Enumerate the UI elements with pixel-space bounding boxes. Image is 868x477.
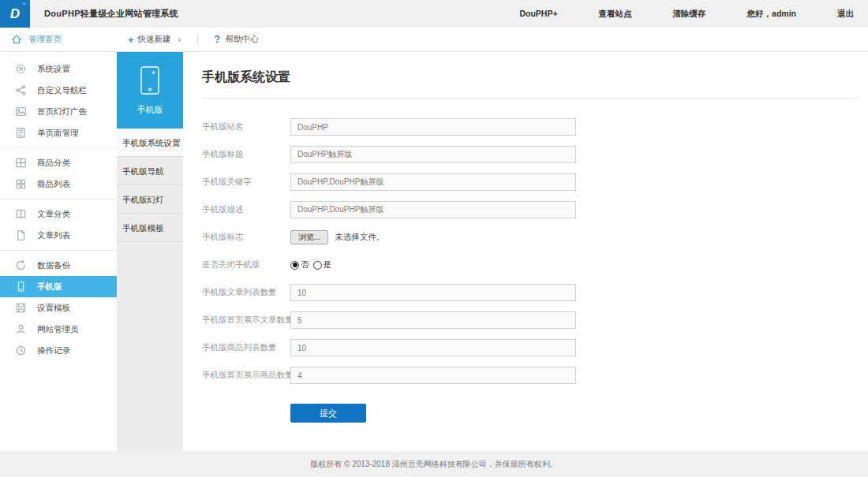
form-row-home-article-count: 手机版首页展示文章数量	[202, 311, 857, 329]
product-list-count-input[interactable]	[290, 339, 576, 356]
sidebar-item-label: 首页幻灯广告	[37, 106, 87, 117]
form-row-close-mobile: 是否关闭手机版 否 是	[202, 256, 857, 274]
submenu-tile-label: 手机版	[137, 104, 163, 116]
sidebar-item-mobile-version[interactable]: 手机版	[0, 276, 117, 297]
sidebar-divider	[0, 199, 117, 199]
field-label: 手机版标志	[202, 232, 290, 243]
clear-cache-link[interactable]: 清除缓存	[673, 9, 706, 20]
log-icon	[15, 345, 27, 356]
home-icon	[11, 34, 22, 45]
page-body: 系统设置 自定义导航栏 首页幻灯广告 单页面管理	[0, 52, 868, 451]
sidebar-item-data-backup[interactable]: 数据备份	[0, 255, 117, 276]
form-row-product-list-count: 手机版商品列表数量	[202, 339, 857, 356]
sidebar-divider	[0, 147, 117, 148]
submenu-tile-mobile[interactable]: 手机版	[117, 52, 183, 129]
article-category-icon	[15, 208, 27, 220]
article-list-count-input[interactable]	[290, 284, 576, 301]
main-content: 手机版系统设置 手机版站名 手机版标题 手机版关键字 手机版描述 手机版标志 浏…	[183, 52, 868, 451]
plus-icon: +	[128, 35, 134, 45]
chevron-down-icon: ∨	[178, 36, 182, 43]
logo-rays-decoration: ‶	[23, 2, 25, 10]
mobile-description-input[interactable]	[290, 201, 576, 218]
submit-button[interactable]: 提交	[290, 404, 366, 423]
douphp-plus-link[interactable]: DouPHP+	[519, 9, 557, 20]
help-center-label: 帮助中心	[226, 34, 259, 45]
sidebar-item-label: 设置模板	[37, 303, 70, 314]
mobile-submenu: 手机版 手机版系统设置 手机版导航 手机版幻灯 手机版模板	[117, 52, 183, 451]
form-row-article-list-count: 手机版文章列表数量	[202, 284, 857, 301]
field-label: 手机版首页展示文章数量	[202, 315, 290, 326]
field-label: 手机版文章列表数量	[202, 287, 290, 298]
sidebar-item-label: 商品分类	[37, 158, 70, 169]
sidebar-item-custom-nav[interactable]: 自定义导航栏	[0, 80, 117, 101]
mobile-phone-icon	[140, 65, 160, 95]
field-label: 手机版首页展示商品数量	[202, 370, 290, 381]
sidebar-item-label: 商品列表	[37, 179, 70, 190]
mobile-icon	[15, 281, 27, 293]
sidebar-item-site-admins[interactable]: 网站管理员	[0, 319, 117, 340]
admin-home-link[interactable]: 管理首页	[11, 34, 62, 45]
article-list-icon	[15, 229, 27, 241]
form-row-site-title: 手机版标题	[202, 146, 857, 163]
field-label: 手机版标题	[202, 149, 290, 160]
browse-file-button[interactable]: 浏览...	[290, 230, 328, 244]
mobile-site-title-input[interactable]	[290, 146, 576, 163]
submenu-item-mobile-system-settings[interactable]: 手机版系统设置	[117, 129, 183, 157]
sidebar-item-operation-log[interactable]: 操作记录	[0, 340, 117, 361]
app-title: DouPHP轻量级企业网站管理系统	[44, 8, 178, 20]
image-icon	[15, 106, 27, 117]
sidebar-item-label: 网站管理员	[37, 324, 79, 335]
field-label: 手机版商品列表数量	[202, 342, 290, 353]
mobile-site-name-input[interactable]	[290, 118, 576, 136]
sidebar-item-label: 自定义导航栏	[37, 85, 87, 96]
category-grid-icon	[15, 157, 27, 169]
field-label: 手机版关键字	[202, 177, 290, 188]
sidebar-item-label: 数据备份	[37, 260, 70, 271]
quick-new-dropdown[interactable]: + 快速新建 ∨	[128, 34, 181, 45]
sidebar-item-system-settings[interactable]: 系统设置	[0, 58, 117, 80]
admin-home-label: 管理首页	[28, 34, 62, 45]
submenu-item-mobile-slides[interactable]: 手机版幻灯	[117, 185, 183, 214]
form-row-logo-upload: 手机版标志 浏览... 未选择文件。	[202, 229, 857, 246]
share-icon	[15, 84, 27, 96]
douphp-logo[interactable]: D ‶	[0, 0, 30, 28]
radio-no-label: 否	[301, 259, 309, 270]
admin-icon	[15, 323, 27, 335]
gear-icon	[15, 63, 27, 75]
page-icon	[15, 127, 27, 139]
submenu-item-mobile-template[interactable]: 手机版模板	[117, 214, 183, 242]
sidebar-item-article-categories[interactable]: 文章分类	[0, 203, 117, 225]
radio-yes[interactable]	[313, 261, 322, 270]
sidebar-item-label: 操作记录	[37, 345, 70, 356]
backup-icon	[15, 259, 27, 271]
logout-link[interactable]: 退出	[837, 9, 854, 20]
title-divider	[202, 98, 857, 99]
footer: 版权所有 © 2013-2018 漳州豆壳网络科技有限公司，并保留所有权利。	[0, 451, 868, 477]
form-row-home-product-count: 手机版首页展示商品数量	[202, 367, 857, 384]
sidebar-item-product-list[interactable]: 商品列表	[0, 173, 117, 195]
mobile-keywords-input[interactable]	[290, 173, 576, 191]
copyright-text: 版权所有 © 2013-2018 漳州豆壳网络科技有限公司，并保留所有权利。	[310, 459, 558, 470]
sidebar-item-article-list[interactable]: 文章列表	[0, 225, 117, 246]
field-label: 是否关闭手机版	[202, 259, 290, 270]
sidebar-item-label: 手机版	[37, 281, 62, 293]
sidebar-divider	[0, 250, 117, 251]
radio-no[interactable]	[290, 261, 299, 270]
topbar-links: DouPHP+ 查看站点 清除缓存 您好，admin 退出	[519, 9, 854, 20]
secondary-nav-bar: 管理首页 + 快速新建 ∨ ? 帮助中心	[0, 28, 868, 52]
close-mobile-radio-group: 否 是	[290, 259, 335, 270]
view-site-link[interactable]: 查看站点	[599, 9, 632, 20]
submenu-item-mobile-nav[interactable]: 手机版导航	[117, 157, 183, 185]
sidebar-item-label: 单页面管理	[37, 128, 79, 139]
home-article-count-input[interactable]	[290, 311, 576, 329]
no-file-selected-text: 未选择文件。	[335, 232, 384, 243]
help-center-link[interactable]: ? 帮助中心	[214, 34, 258, 45]
greeting-admin: 您好，admin	[747, 9, 796, 20]
home-product-count-input[interactable]	[290, 367, 576, 384]
sidebar-item-single-pages[interactable]: 单页面管理	[0, 122, 117, 143]
logo-d-glyph: D	[10, 6, 20, 22]
sidebar-item-product-categories[interactable]: 商品分类	[0, 152, 117, 173]
sidebar-item-set-template[interactable]: 设置模板	[0, 297, 117, 319]
sidebar-item-home-slides[interactable]: 首页幻灯广告	[0, 101, 117, 122]
field-label: 手机版站名	[202, 121, 290, 132]
